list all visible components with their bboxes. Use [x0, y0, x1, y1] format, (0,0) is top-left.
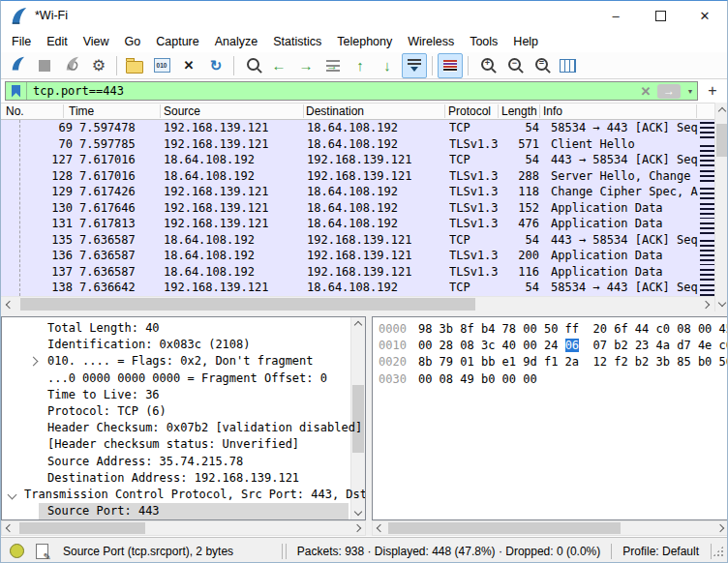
packet-row[interactable]: 1367.63658718.64.108.192192.168.139.121T…	[1, 248, 700, 264]
packet-row[interactable]: 1357.63658718.64.108.192192.168.139.121T…	[1, 232, 700, 249]
column-divider[interactable]	[696, 104, 697, 118]
expand-chevron-icon[interactable]	[29, 357, 39, 367]
go-to-packet-button[interactable]: →	[320, 53, 346, 78]
go-forward-button[interactable]: →	[293, 53, 318, 78]
zoom-out-button[interactable]: −	[500, 53, 526, 78]
menu-analyze[interactable]: Analyze	[207, 32, 265, 51]
filter-bookmark-button[interactable]	[6, 82, 27, 100]
maximize-button[interactable]	[638, 1, 682, 30]
packet-row[interactable]: 1297.617426192.168.139.12118.64.108.192T…	[1, 184, 700, 200]
filter-clear-button[interactable]: ✕	[637, 84, 654, 99]
add-filter-button[interactable]: +	[702, 81, 723, 101]
scroll-down-button[interactable]	[715, 296, 728, 311]
menu-edit[interactable]: Edit	[39, 32, 76, 51]
filter-expression[interactable]: tcp.port==443	[27, 84, 637, 98]
start-capture-button[interactable]	[5, 53, 30, 78]
resize-grip[interactable]	[713, 546, 724, 557]
column-header-length[interactable]: Length	[501, 104, 537, 118]
save-file-button[interactable]: 010	[149, 53, 174, 78]
open-file-button[interactable]	[122, 53, 147, 78]
menu-wireless[interactable]: Wireless	[400, 32, 462, 51]
column-divider[interactable]	[498, 104, 499, 118]
hex-row[interactable]: 001000 28 08 3c 40 00 24 06 07 b2 23 4a …	[373, 338, 728, 354]
menu-file[interactable]: File	[4, 32, 39, 51]
column-divider[interactable]	[444, 104, 445, 118]
packet-minimap[interactable]	[700, 120, 714, 296]
packet-list-hscrollbar[interactable]	[1, 296, 714, 311]
packet-row[interactable]: 1377.63658718.64.108.192192.168.139.121T…	[1, 264, 700, 281]
menu-help[interactable]: Help	[505, 32, 546, 51]
vscroll-thumb[interactable]	[716, 124, 728, 157]
details-hscrollbar[interactable]	[1, 520, 366, 536]
capture-options-button[interactable]: ⚙	[86, 53, 111, 78]
hscroll-thumb[interactable]	[20, 298, 475, 311]
packet-row[interactable]: 1387.636642192.168.139.12118.64.108.192T…	[1, 280, 700, 296]
stop-capture-button[interactable]	[32, 53, 57, 78]
vscroll-thumb[interactable]	[352, 385, 364, 453]
capture-comment-icon[interactable]	[36, 544, 48, 559]
menu-statistics[interactable]: Statistics	[265, 32, 329, 51]
close-file-button[interactable]: ✕	[176, 53, 201, 78]
detail-line[interactable]: Protocol: TCP (6)	[2, 403, 365, 420]
hex-row[interactable]: 000098 3b 8f b4 78 00 50 ff 20 6f 44 c0 …	[373, 321, 728, 338]
bytes-hscrollbar[interactable]	[372, 520, 728, 536]
go-first-packet-button[interactable]: ↑	[348, 53, 373, 78]
collapse-chevron-icon[interactable]	[8, 489, 17, 499]
filter-dropdown-arrow[interactable]: ▼	[683, 88, 697, 95]
detail-line[interactable]: Destination Address: 192.168.139.121	[2, 470, 365, 487]
column-divider[interactable]	[63, 104, 64, 118]
hscroll-thumb[interactable]	[19, 522, 145, 534]
reload-button[interactable]: ↻	[203, 53, 228, 78]
detail-line[interactable]: Transmission Control Protocol, Src Port:…	[2, 487, 365, 503]
restart-capture-button[interactable]	[59, 53, 84, 78]
minimize-button[interactable]: –	[593, 1, 638, 30]
expert-info-icon[interactable]	[10, 544, 24, 558]
hex-row[interactable]: 003000 08 49 b0 00 00	[373, 371, 728, 388]
column-header-protocol[interactable]: Protocol	[448, 104, 491, 118]
display-filter-input[interactable]: tcp.port==443 ✕ → ▼	[5, 81, 698, 101]
scroll-up-button[interactable]	[715, 103, 728, 118]
column-header-no[interactable]: No.	[6, 104, 24, 118]
column-header-source[interactable]: Source	[164, 104, 200, 118]
colorize-button[interactable]	[438, 53, 463, 78]
detail-line[interactable]: 010. .... = Flags: 0x2, Don't fragment	[2, 353, 365, 370]
resize-columns-button[interactable]	[555, 53, 580, 78]
scroll-right-button[interactable]	[351, 521, 365, 535]
detail-line[interactable]: Header Checksum: 0x07b2 [validation disa…	[2, 420, 365, 436]
find-packet-button[interactable]	[239, 53, 264, 78]
profile-label[interactable]: Profile: Default	[622, 545, 699, 558]
menu-telephony[interactable]: Telephony	[329, 32, 400, 51]
packet-row[interactable]: 1277.61701618.64.108.192192.168.139.121T…	[1, 152, 700, 168]
zoom-reset-button[interactable]: =	[528, 53, 553, 78]
column-header-time[interactable]: Time	[69, 104, 94, 118]
zoom-in-button[interactable]: +	[473, 53, 499, 78]
scroll-right-button[interactable]	[699, 297, 714, 311]
menu-tools[interactable]: Tools	[462, 32, 505, 51]
detail-line[interactable]: [Header checksum status: Unverified]	[2, 436, 365, 453]
column-divider[interactable]	[539, 104, 540, 118]
menu-capture[interactable]: Capture	[148, 32, 206, 51]
packet-row[interactable]: 697.597478192.168.139.12118.64.108.192TC…	[1, 120, 700, 136]
hscroll-thumb[interactable]	[388, 522, 621, 534]
packet-row[interactable]: 1307.617646192.168.139.12118.64.108.192T…	[1, 200, 700, 217]
scroll-left-button[interactable]	[2, 521, 15, 535]
column-divider[interactable]	[160, 104, 161, 118]
column-divider[interactable]	[303, 104, 304, 118]
column-header-destination[interactable]: Destination	[306, 104, 364, 118]
packet-row[interactable]: 1287.61701618.64.108.192192.168.139.121T…	[1, 168, 700, 185]
detail-line[interactable]: Source Port: 443	[2, 503, 365, 519]
go-back-button[interactable]: ←	[266, 53, 291, 78]
menu-go[interactable]: Go	[117, 32, 149, 51]
menu-view[interactable]: View	[76, 32, 117, 51]
detail-line[interactable]: ...0 0000 0000 0000 = Fragment Offset: 0	[2, 370, 365, 387]
scroll-right-button[interactable]	[714, 521, 728, 535]
detail-line[interactable]: Source Address: 35.74.215.78	[2, 454, 365, 470]
scroll-left-button[interactable]	[1, 297, 16, 311]
filter-apply-button[interactable]: →	[657, 84, 681, 99]
scroll-down-button[interactable]	[351, 506, 365, 519]
packet-row[interactable]: 707.597785192.168.139.12118.64.108.192TL…	[1, 136, 700, 153]
close-button[interactable]: ✕	[682, 1, 727, 30]
hex-row[interactable]: 00208b 79 01 bb e1 9d f1 2a 12 f2 b2 3b …	[373, 354, 728, 370]
column-header-info[interactable]: Info	[543, 104, 562, 118]
auto-scroll-button[interactable]	[402, 53, 427, 78]
